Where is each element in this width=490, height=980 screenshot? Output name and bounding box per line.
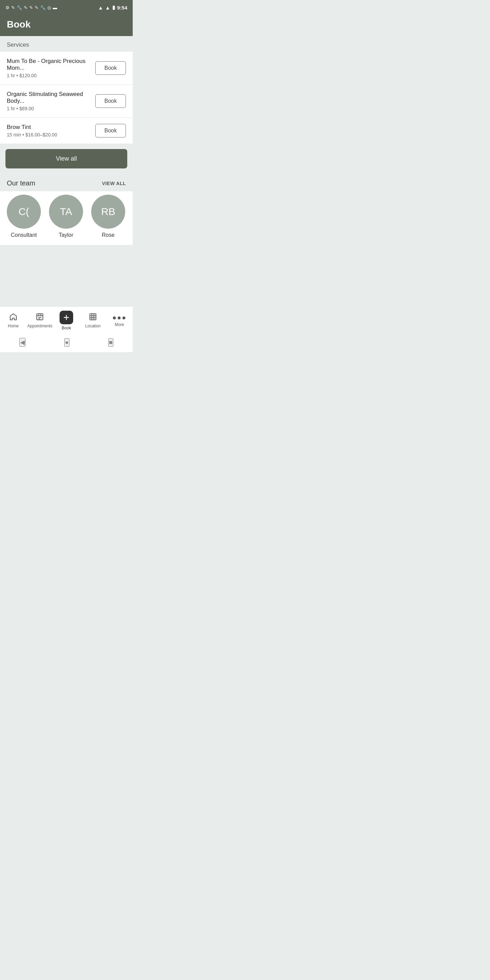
service-info-1: Mum To Be - Organic Precious Mom... 1 hr… [7, 58, 95, 78]
nav-item-book[interactable]: Book [53, 309, 80, 332]
status-bar: ⚙ ✎ 🔧 ✎ ✎ ✎ 🔧 ◎ ▬ ▲ ▲ ▮ 9:54 [0, 0, 133, 15]
appointments-icon [36, 313, 44, 322]
avatar-taylor: TA [49, 195, 83, 229]
tool-icon-5: ✎ [35, 5, 38, 10]
circle-icon: ◎ [47, 5, 51, 10]
nav-label-home: Home [8, 324, 19, 328]
service-info-2: Organic Stimulating Seaweed Body... 1 hr… [7, 91, 95, 111]
team-section-header: Our team VIEW ALL [0, 174, 133, 191]
service-meta-2: 1 hr • $89.00 [7, 106, 90, 111]
battery-icon: ▮ [112, 5, 115, 11]
book-button-1[interactable]: Book [95, 61, 126, 75]
team-view-all-button[interactable]: VIEW ALL [102, 181, 126, 186]
service-meta-3: 15 min • $16.00–$20.00 [7, 132, 90, 137]
tool-icon-6: 🔧 [40, 5, 46, 10]
bottom-nav: Home Appointments Book [0, 306, 133, 334]
back-button[interactable]: ◀ [19, 338, 25, 347]
location-icon [89, 313, 97, 322]
main-content: Services Mum To Be - Organic Precious Mo… [0, 36, 133, 306]
book-button-2[interactable]: Book [95, 94, 126, 108]
system-nav-bar: ◀ ● ■ [0, 334, 133, 352]
nav-item-appointments[interactable]: Appointments [27, 311, 53, 330]
signal-icon: ▲ [105, 5, 110, 11]
nav-label-appointments: Appointments [27, 324, 52, 328]
nav-item-more[interactable]: ●●● More [106, 313, 133, 328]
service-name-1: Mum To Be - Organic Precious Mom... [7, 58, 90, 72]
team-member-taylor[interactable]: TA Taylor [49, 195, 83, 238]
team-member-rose[interactable]: RB Rose [91, 195, 125, 238]
recents-button[interactable]: ■ [108, 338, 113, 347]
team-list: C( Consultant TA Taylor RB Rose [0, 191, 133, 245]
home-button[interactable]: ● [64, 338, 69, 347]
tool-icon-1: ✎ [11, 5, 15, 10]
nav-label-more: More [115, 322, 124, 327]
member-name-taylor: Taylor [59, 232, 73, 238]
service-item-2: Organic Stimulating Seaweed Body... 1 hr… [0, 85, 133, 118]
gear-icon: ⚙ [5, 5, 10, 10]
nav-label-location: Location [85, 324, 100, 328]
status-icons-right: ▲ ▲ ▮ 9:54 [98, 5, 127, 11]
view-all-button[interactable]: View all [5, 149, 127, 169]
member-name-consultant: Consultant [11, 232, 37, 238]
home-icon [9, 313, 18, 322]
tool-icon-3: ✎ [24, 5, 27, 10]
card-icon: ▬ [53, 5, 57, 10]
services-list: Mum To Be - Organic Precious Mom... 1 hr… [0, 52, 133, 143]
service-info-3: Brow Tint 15 min • $16.00–$20.00 [7, 124, 95, 137]
tool-icon-2: 🔧 [17, 5, 22, 10]
app-header: Book [0, 15, 133, 36]
member-name-rose: Rose [102, 232, 115, 238]
status-icons-left: ⚙ ✎ 🔧 ✎ ✎ ✎ 🔧 ◎ ▬ [5, 5, 57, 10]
service-name-3: Brow Tint [7, 124, 90, 130]
book-icon-wrap [60, 311, 73, 324]
avatar-consultant: C( [7, 195, 41, 229]
wifi-icon: ▲ [98, 5, 103, 11]
nav-item-home[interactable]: Home [0, 311, 27, 330]
tool-icon-4: ✎ [29, 5, 33, 10]
avatar-rose: RB [91, 195, 125, 229]
nav-label-book: Book [62, 326, 71, 331]
page-title: Book [7, 19, 126, 30]
empty-content-area [0, 245, 133, 306]
service-item-1: Mum To Be - Organic Precious Mom... 1 hr… [0, 52, 133, 85]
service-meta-1: 1 hr • $120.00 [7, 73, 90, 78]
nav-item-location[interactable]: Location [80, 311, 106, 330]
svg-rect-8 [90, 314, 96, 320]
team-member-consultant[interactable]: C( Consultant [7, 195, 41, 238]
book-button-3[interactable]: Book [95, 124, 126, 137]
service-item-3: Brow Tint 15 min • $16.00–$20.00 Book [0, 118, 133, 143]
more-icon: ●●● [112, 314, 127, 321]
team-section-title: Our team [7, 179, 35, 187]
services-section-label: Services [0, 36, 133, 52]
time-display: 9:54 [117, 5, 127, 11]
service-name-2: Organic Stimulating Seaweed Body... [7, 91, 90, 105]
